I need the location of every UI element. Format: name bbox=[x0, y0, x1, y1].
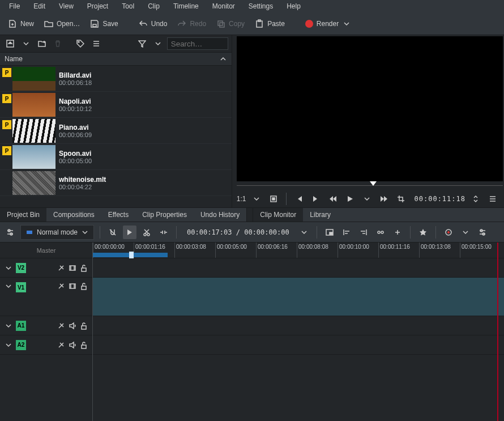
bin-column-header[interactable]: Name bbox=[0, 52, 232, 66]
pointer-tool-icon[interactable] bbox=[123, 226, 136, 239]
settings-icon[interactable] bbox=[3, 226, 17, 239]
chevron-down-icon[interactable] bbox=[151, 37, 165, 50]
stepper-icon[interactable] bbox=[469, 192, 482, 206]
filter-icon[interactable] bbox=[135, 37, 149, 50]
play-icon[interactable] bbox=[343, 192, 357, 206]
tag-icon[interactable] bbox=[74, 37, 87, 50]
menu-clip[interactable]: Clip bbox=[141, 1, 166, 12]
menu-timeline[interactable]: Timeline bbox=[166, 1, 206, 12]
list-icon[interactable] bbox=[89, 37, 103, 50]
paste-button[interactable]: Paste bbox=[250, 17, 289, 31]
menu-view[interactable]: View bbox=[52, 1, 80, 12]
record-icon[interactable] bbox=[442, 226, 455, 239]
menu-settings[interactable]: Settings bbox=[242, 1, 280, 12]
lock-icon[interactable] bbox=[80, 264, 88, 272]
chevron-down-icon[interactable] bbox=[5, 264, 12, 272]
fast-forward-icon[interactable] bbox=[377, 192, 391, 206]
effects-off-icon[interactable] bbox=[57, 341, 65, 349]
track-lane[interactable] bbox=[93, 258, 504, 278]
clip-item[interactable]: PNapoli.avi00:00:10:12 bbox=[0, 92, 232, 118]
hamburger-icon[interactable] bbox=[486, 192, 499, 206]
monitor-viewport[interactable] bbox=[237, 36, 503, 181]
track-header[interactable]: A2 bbox=[0, 335, 92, 355]
copy-button[interactable]: Copy bbox=[212, 17, 249, 31]
go-start-icon[interactable] bbox=[292, 192, 306, 206]
spacer-tool-icon[interactable] bbox=[157, 226, 170, 239]
go-end-icon[interactable] bbox=[309, 192, 323, 206]
tab-clip-monitor[interactable]: Clip Monitor bbox=[253, 208, 303, 222]
bin-menu-icon[interactable] bbox=[3, 37, 17, 50]
menu-help[interactable]: Help bbox=[280, 1, 307, 12]
zoom-level[interactable]: 1:1 bbox=[237, 195, 246, 203]
menu-monitor[interactable]: Monitor bbox=[206, 1, 242, 12]
lock-icon[interactable] bbox=[80, 322, 88, 330]
marker1-icon[interactable] bbox=[374, 226, 387, 239]
track-header[interactable]: V2 bbox=[0, 258, 92, 278]
chevron-down-icon[interactable] bbox=[459, 226, 472, 239]
align-right-icon[interactable] bbox=[357, 226, 370, 239]
pip-icon[interactable] bbox=[323, 226, 336, 239]
track-lane[interactable] bbox=[93, 316, 504, 335]
favorite-icon[interactable] bbox=[416, 226, 430, 239]
clip-item[interactable]: PBillard.avi00:00:06:18 bbox=[0, 66, 232, 92]
trash-icon[interactable] bbox=[51, 37, 65, 50]
zone-handle[interactable] bbox=[129, 252, 134, 258]
render-button[interactable]: Render bbox=[301, 17, 356, 31]
speaker-icon[interactable] bbox=[69, 341, 76, 349]
track-header[interactable]: A1 bbox=[0, 316, 92, 335]
timeline-playhead[interactable] bbox=[497, 243, 498, 421]
tab-clip-properties[interactable]: Clip Properties bbox=[135, 208, 194, 222]
marker2-icon[interactable] bbox=[391, 226, 404, 239]
effects-off-icon[interactable] bbox=[57, 264, 65, 272]
playhead-icon[interactable] bbox=[370, 181, 377, 186]
tab-project-bin[interactable]: Project Bin bbox=[0, 208, 46, 222]
timeline-ruler[interactable]: 00:00:00:0000:00:01:1600:00:03:0800:00:0… bbox=[93, 243, 504, 258]
magnet-off-icon[interactable] bbox=[106, 226, 119, 239]
lock-icon[interactable] bbox=[80, 341, 88, 349]
razor-tool-icon[interactable] bbox=[140, 226, 153, 239]
master-label[interactable]: Master bbox=[0, 243, 92, 258]
effects-off-icon[interactable] bbox=[57, 322, 65, 330]
tab-undo-history[interactable]: Undo History bbox=[194, 208, 246, 222]
menu-project[interactable]: Project bbox=[80, 1, 115, 12]
timeline-body[interactable]: 00:00:00:0000:00:01:1600:00:03:0800:00:0… bbox=[93, 243, 504, 421]
chevron-down-icon[interactable] bbox=[5, 282, 12, 290]
tab-effects[interactable]: Effects bbox=[101, 208, 135, 222]
timeline-timecode[interactable]: 00:00:17:03 / 00:00:00:00 bbox=[182, 228, 294, 236]
effects-off-icon[interactable] bbox=[57, 282, 65, 290]
save-button[interactable]: Save bbox=[86, 17, 122, 31]
clip-item[interactable]: whitenoise.mlt00:00:04:22 bbox=[0, 170, 232, 196]
clip-item[interactable]: PSpoon.avi00:00:05:00 bbox=[0, 144, 232, 170]
track-header[interactable]: V1 bbox=[0, 278, 92, 316]
menu-tool[interactable]: Tool bbox=[115, 1, 141, 12]
filmstrip-icon[interactable] bbox=[69, 282, 76, 290]
filmstrip-icon[interactable] bbox=[69, 264, 76, 272]
frame-icon[interactable] bbox=[267, 192, 280, 206]
undo-button[interactable]: Undo bbox=[134, 17, 172, 31]
new-button[interactable]: New bbox=[3, 17, 39, 31]
tab-compositions[interactable]: Compositions bbox=[46, 208, 101, 222]
monitor-timecode[interactable]: 00:00:11:18 bbox=[415, 195, 465, 203]
crop-icon[interactable] bbox=[394, 192, 408, 206]
clip-item[interactable]: PPiano.avi00:00:06:09 bbox=[0, 118, 232, 144]
chevron-down-icon[interactable] bbox=[19, 37, 33, 50]
chevron-down-icon[interactable] bbox=[250, 192, 263, 206]
redo-button[interactable]: Redo bbox=[173, 17, 211, 31]
track-lane[interactable] bbox=[93, 278, 504, 316]
tab-library[interactable]: Library bbox=[303, 208, 338, 222]
chevron-down-icon[interactable] bbox=[5, 341, 12, 349]
menu-file[interactable]: File bbox=[2, 1, 27, 12]
chevron-down-icon[interactable] bbox=[297, 226, 311, 239]
rewind-icon[interactable] bbox=[326, 192, 340, 206]
sliders-icon[interactable] bbox=[476, 226, 489, 239]
lock-icon[interactable] bbox=[80, 282, 88, 290]
chevron-down-icon[interactable] bbox=[5, 322, 12, 330]
track-lane[interactable] bbox=[93, 335, 504, 355]
chevron-down-icon[interactable] bbox=[360, 192, 374, 206]
search-input[interactable] bbox=[167, 37, 228, 50]
open-button[interactable]: Open… bbox=[40, 17, 84, 31]
align-left-icon[interactable] bbox=[340, 226, 353, 239]
speaker-icon[interactable] bbox=[69, 322, 76, 330]
folder-add-icon[interactable] bbox=[35, 37, 49, 50]
edit-mode-select[interactable]: Normal mode bbox=[20, 225, 94, 240]
